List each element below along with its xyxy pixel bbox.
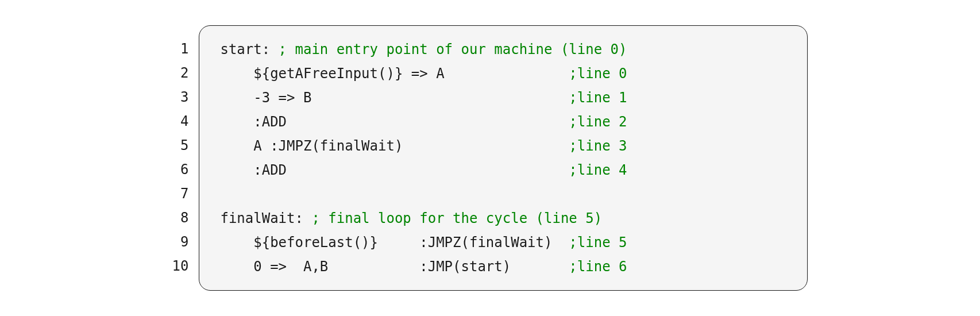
code-comment: ;line 1 — [569, 90, 627, 106]
code-text: -3 => B — [220, 90, 569, 106]
code-comment: ;line 3 — [569, 138, 627, 154]
code-block: 12345678910 start: ; main entry point of… — [172, 25, 808, 291]
line-number: 10 — [172, 254, 189, 278]
code-line: start: ; main entry point of our machine… — [220, 37, 786, 61]
code-comment: ; main entry point of our machine (line … — [279, 41, 627, 57]
code-comment: ;line 0 — [569, 65, 627, 82]
line-number-gutter: 12345678910 — [172, 25, 199, 290]
code-line: :ADD ;line 4 — [220, 158, 786, 182]
line-number: 1 — [172, 37, 189, 61]
code-line — [220, 182, 786, 206]
line-number: 7 — [172, 182, 189, 206]
code-comment: ; final loop for the cycle (line 5) — [311, 210, 602, 226]
code-line: 0 => A,B :JMP(start) ;line 6 — [220, 255, 786, 279]
code-text: ${getAFreeInput()} => A — [220, 65, 569, 82]
line-number: 4 — [172, 109, 189, 133]
code-line: ${beforeLast()} :JMPZ(finalWait) ;line 5 — [220, 230, 786, 255]
code-text: ${beforeLast()} :JMPZ(finalWait) — [220, 234, 569, 251]
code-text: 0 => A,B :JMP(start) — [220, 259, 569, 275]
line-number: 3 — [172, 85, 189, 109]
code-line: finalWait: ; final loop for the cycle (l… — [220, 206, 786, 230]
code-text: finalWait: — [220, 210, 311, 226]
code-line: -3 => B ;line 1 — [220, 86, 786, 110]
code-text: start: — [220, 41, 278, 57]
code-comment: ;line 5 — [569, 234, 627, 251]
line-number: 9 — [172, 230, 189, 254]
code-panel: start: ; main entry point of our machine… — [199, 25, 808, 291]
line-number: 5 — [172, 133, 189, 157]
code-text: :ADD — [220, 114, 569, 130]
code-line: :ADD ;line 2 — [220, 110, 786, 134]
code-comment: ;line 6 — [569, 259, 627, 275]
code-line: ${getAFreeInput()} => A ;line 0 — [220, 61, 786, 86]
line-number: 8 — [172, 206, 189, 230]
line-number: 2 — [172, 61, 189, 85]
code-text: A :JMPZ(finalWait) — [220, 138, 569, 154]
line-number: 6 — [172, 157, 189, 182]
code-line: A :JMPZ(finalWait) ;line 3 — [220, 134, 786, 158]
code-comment: ;line 2 — [569, 114, 627, 130]
code-text: :ADD — [220, 162, 569, 178]
code-comment: ;line 4 — [569, 162, 627, 178]
